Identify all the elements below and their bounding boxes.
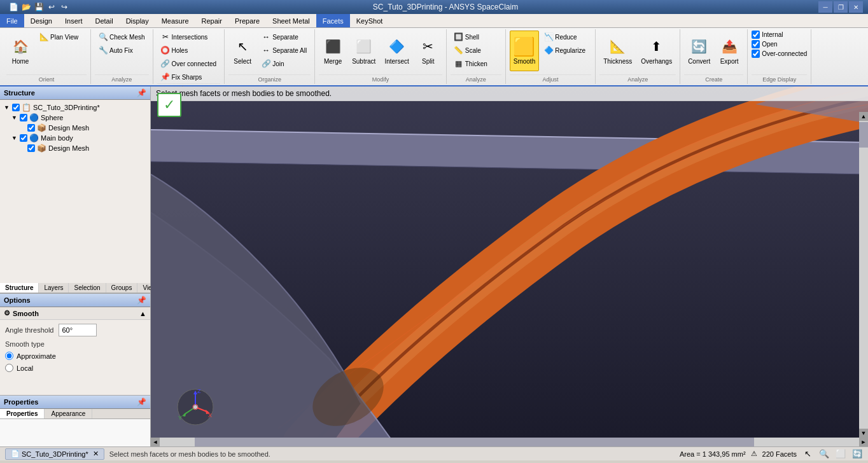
menu-measure[interactable]: Measure: [155, 14, 195, 27]
tree-item-main-body[interactable]: ▼ 🔵 Main body: [10, 133, 148, 143]
properties-pin-icon[interactable]: 📌: [137, 397, 146, 406]
over-connected-checkbox[interactable]: [752, 50, 760, 58]
structure-pin-icon[interactable]: 📌: [137, 88, 146, 97]
thicken-button[interactable]: ▦ Thicken: [451, 57, 501, 70]
document-tab[interactable]: 📄 SC_Tuto_3DPrinting* ✕: [5, 448, 104, 460]
root-toggle[interactable]: ▼: [4, 104, 10, 111]
fit-icon[interactable]: ⬜: [835, 448, 846, 460]
cleanup-buttons: ✂ Intersections ⭕ Holes 🔗 Over connected…: [157, 31, 221, 83]
open-checkbox[interactable]: [752, 40, 760, 48]
undo-button[interactable]: ↩: [46, 1, 57, 13]
edge-display-group-label: Edge Display: [752, 74, 807, 83]
tree-item-sphere-dm[interactable]: 📦 Design Mesh: [18, 123, 148, 133]
menu-sheetmetal[interactable]: Sheet Metal: [266, 14, 316, 27]
fix-sharps-button[interactable]: 📌 Fix Sharps: [157, 71, 221, 83]
plan-view-button[interactable]: 📐 Plan View: [36, 31, 87, 43]
main-body-checkbox[interactable]: [20, 134, 27, 142]
close-button[interactable]: ✕: [849, 1, 863, 13]
overhangs-label: Overhangs: [641, 58, 672, 66]
redo-button[interactable]: ↪: [59, 1, 70, 13]
h-scroll-right[interactable]: ►: [859, 438, 868, 446]
intersect-label: Intersect: [384, 58, 409, 66]
angle-threshold-input[interactable]: [59, 324, 97, 336]
root-icon: 📋: [22, 103, 31, 112]
main-dm-checkbox[interactable]: [27, 144, 35, 152]
auto-fix-button[interactable]: 🔧 Auto Fix: [95, 44, 149, 57]
convert-label: Convert: [688, 58, 710, 66]
select-button[interactable]: ↖ Select: [228, 31, 256, 71]
holes-button[interactable]: ⭕ Holes: [157, 44, 221, 57]
v-scroll-down[interactable]: ▼: [859, 429, 868, 438]
h-scroll-left[interactable]: ◄: [151, 438, 160, 446]
intersections-button[interactable]: ✂ Intersections: [157, 31, 221, 43]
tab-selection[interactable]: Selection: [69, 283, 106, 293]
options-pin-icon[interactable]: 📌: [137, 296, 146, 305]
tab-layers[interactable]: Layers: [39, 283, 69, 293]
close-tab-icon[interactable]: ✕: [93, 450, 99, 458]
thickness-button[interactable]: 📐 Thickness: [599, 31, 636, 71]
new-button[interactable]: 📄: [8, 1, 19, 13]
convert-button[interactable]: 🔄 Convert: [684, 31, 714, 71]
menu-detail[interactable]: Detail: [89, 14, 120, 27]
thicken-icon: ▦: [454, 59, 463, 68]
sphere-dm-checkbox[interactable]: [27, 124, 35, 132]
tree-item-sphere[interactable]: ▼ 🔵 Sphere: [10, 113, 148, 123]
separate-button[interactable]: ↔ Separate: [258, 31, 311, 43]
v-scroll-up[interactable]: ▲: [859, 112, 868, 121]
sphere-checkbox[interactable]: [20, 114, 27, 121]
join-button[interactable]: 🔗 Join: [258, 57, 311, 70]
export-button[interactable]: 📤 Export: [715, 31, 743, 71]
menu-keyshot[interactable]: KeyShot: [350, 14, 389, 27]
v-scroll-track[interactable]: [859, 121, 868, 429]
vertical-scrollbar[interactable]: ▲ ▼: [859, 112, 868, 438]
minimize-button[interactable]: ─: [818, 1, 832, 13]
h-scroll-track[interactable]: [160, 438, 859, 446]
menu-facets[interactable]: Facets: [316, 14, 350, 27]
regularize-button[interactable]: 🔷 Regularize: [540, 44, 591, 57]
maximize-button[interactable]: ❐: [834, 1, 848, 13]
tree-item-main-dm[interactable]: 📦 Design Mesh: [18, 143, 148, 153]
smooth-section-header: ⚙ Smooth ▲: [0, 307, 150, 320]
main-body-toggle[interactable]: ▼: [11, 135, 18, 141]
over-connected-button[interactable]: 🔗 Over connected: [157, 57, 221, 70]
radio-local[interactable]: [5, 364, 13, 372]
scale-button[interactable]: 📏 Scale: [451, 44, 501, 57]
menu-display[interactable]: Display: [120, 14, 155, 27]
smooth-collapse-icon[interactable]: ▲: [139, 310, 146, 317]
checkmark-button[interactable]: ✓: [157, 93, 181, 117]
open-button[interactable]: 📂: [20, 1, 32, 13]
v-scroll-thumb[interactable]: [859, 122, 868, 148]
tree-item-root[interactable]: ▼ 📋 SC_Tuto_3DPrinting*: [3, 102, 148, 113]
menu-insert[interactable]: Insert: [59, 14, 89, 27]
home-button[interactable]: 🏠 Home: [6, 31, 34, 71]
merge-button[interactable]: ⬛ Merge: [319, 31, 347, 71]
menu-design[interactable]: Design: [24, 14, 59, 27]
split-button[interactable]: ✂ Split: [414, 31, 442, 71]
shell-button[interactable]: 🔲 Shell: [451, 31, 501, 43]
intersect-button[interactable]: 🔷 Intersect: [381, 31, 412, 71]
menu-prepare[interactable]: Prepare: [228, 14, 266, 27]
rotate-icon[interactable]: 🔄: [851, 448, 863, 460]
overhangs-button[interactable]: ⬆ Overhangs: [637, 31, 676, 71]
check-mesh-button[interactable]: 🔍 Check Mesh: [95, 31, 149, 43]
props-tab-properties[interactable]: Properties: [0, 409, 45, 418]
tab-structure[interactable]: Structure: [0, 283, 39, 293]
zoom-icon[interactable]: 🔍: [818, 448, 830, 460]
sphere-toggle[interactable]: ▼: [11, 114, 18, 121]
props-tab-appearance[interactable]: Appearance: [45, 409, 92, 418]
subtract-button[interactable]: ⬜ Subtract: [348, 31, 379, 71]
cursor-icon[interactable]: ↖: [802, 448, 813, 460]
h-scroll-thumb[interactable]: [195, 438, 754, 446]
tab-groups[interactable]: Groups: [106, 283, 138, 293]
smooth-button[interactable]: 🟨 Smooth: [510, 31, 539, 71]
horizontal-scrollbar[interactable]: ◄ ►: [151, 438, 868, 446]
menu-file[interactable]: File: [0, 14, 24, 27]
radio-approximate[interactable]: [5, 352, 13, 360]
root-checkbox[interactable]: [12, 104, 20, 111]
internal-checkbox[interactable]: [752, 31, 760, 39]
separate-all-button[interactable]: ↔ Separate All: [258, 44, 311, 57]
save-button[interactable]: 💾: [33, 1, 45, 13]
viewport[interactable]: Select mesh facets or mesh bodies to be …: [151, 86, 868, 446]
reduce-button[interactable]: 📉 Reduce: [540, 31, 591, 43]
menu-repair[interactable]: Repair: [195, 14, 228, 27]
